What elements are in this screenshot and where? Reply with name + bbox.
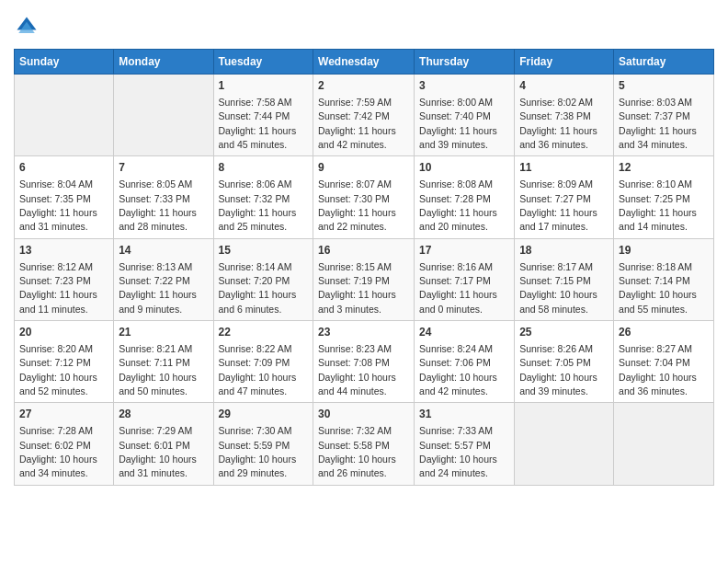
day-detail: Sunrise: 7:32 AM Sunset: 5:58 PM Dayligh… — [318, 425, 396, 478]
day-detail: Sunrise: 8:24 AM Sunset: 7:06 PM Dayligh… — [419, 343, 497, 396]
calendar-week-row: 13Sunrise: 8:12 AM Sunset: 7:23 PM Dayli… — [15, 238, 714, 320]
logo-icon — [14, 14, 40, 40]
calendar-cell: 10Sunrise: 8:08 AM Sunset: 7:28 PM Dayli… — [415, 156, 515, 238]
day-detail: Sunrise: 8:04 AM Sunset: 7:35 PM Dayligh… — [19, 178, 97, 232]
day-detail: Sunrise: 8:21 AM Sunset: 7:11 PM Dayligh… — [119, 343, 197, 396]
day-number: 1 — [219, 78, 309, 94]
day-detail: Sunrise: 7:28 AM Sunset: 6:02 PM Dayligh… — [19, 425, 97, 478]
calendar-cell: 20Sunrise: 8:20 AM Sunset: 7:12 PM Dayli… — [15, 321, 114, 403]
day-detail: Sunrise: 8:08 AM Sunset: 7:28 PM Dayligh… — [419, 178, 497, 232]
day-number: 4 — [519, 78, 609, 94]
day-detail: Sunrise: 8:03 AM Sunset: 7:37 PM Dayligh… — [619, 97, 697, 150]
weekday-header: Saturday — [614, 50, 714, 75]
calendar-cell: 4Sunrise: 8:02 AM Sunset: 7:38 PM Daylig… — [515, 75, 614, 156]
calendar-cell: 24Sunrise: 8:24 AM Sunset: 7:06 PM Dayli… — [415, 321, 515, 403]
day-detail: Sunrise: 7:59 AM Sunset: 7:42 PM Dayligh… — [318, 97, 396, 150]
day-detail: Sunrise: 8:26 AM Sunset: 7:05 PM Dayligh… — [519, 343, 597, 396]
day-number: 13 — [19, 243, 108, 259]
calendar-week-row: 1Sunrise: 7:58 AM Sunset: 7:44 PM Daylig… — [15, 75, 714, 156]
calendar-cell: 15Sunrise: 8:14 AM Sunset: 7:20 PM Dayli… — [213, 238, 313, 320]
day-detail: Sunrise: 7:29 AM Sunset: 6:01 PM Dayligh… — [119, 425, 197, 478]
day-number: 27 — [19, 407, 108, 422]
calendar-cell — [114, 75, 213, 156]
day-detail: Sunrise: 8:14 AM Sunset: 7:20 PM Dayligh… — [219, 261, 297, 315]
day-number: 12 — [619, 160, 709, 176]
calendar-cell — [15, 75, 114, 156]
day-detail: Sunrise: 8:18 AM Sunset: 7:14 PM Dayligh… — [619, 261, 697, 315]
weekday-header: Wednesday — [313, 50, 415, 75]
day-number: 5 — [619, 78, 709, 94]
day-detail: Sunrise: 8:15 AM Sunset: 7:19 PM Dayligh… — [318, 261, 396, 315]
calendar-cell: 30Sunrise: 7:32 AM Sunset: 5:58 PM Dayli… — [313, 403, 415, 485]
day-number: 19 — [619, 243, 709, 259]
logo — [14, 14, 43, 40]
calendar-cell — [515, 403, 614, 485]
calendar-cell: 29Sunrise: 7:30 AM Sunset: 5:59 PM Dayli… — [213, 403, 313, 485]
calendar-cell: 16Sunrise: 8:15 AM Sunset: 7:19 PM Dayli… — [313, 238, 415, 320]
calendar-cell: 14Sunrise: 8:13 AM Sunset: 7:22 PM Dayli… — [114, 238, 213, 320]
calendar-cell: 28Sunrise: 7:29 AM Sunset: 6:01 PM Dayli… — [114, 403, 213, 485]
page-header — [14, 14, 714, 40]
calendar-week-row: 27Sunrise: 7:28 AM Sunset: 6:02 PM Dayli… — [15, 403, 714, 485]
day-number: 11 — [519, 160, 609, 176]
day-detail: Sunrise: 8:12 AM Sunset: 7:23 PM Dayligh… — [19, 261, 97, 315]
day-detail: Sunrise: 8:16 AM Sunset: 7:17 PM Dayligh… — [419, 261, 497, 315]
calendar-cell: 19Sunrise: 8:18 AM Sunset: 7:14 PM Dayli… — [614, 238, 714, 320]
calendar-cell: 1Sunrise: 7:58 AM Sunset: 7:44 PM Daylig… — [213, 75, 313, 156]
calendar-cell: 12Sunrise: 8:10 AM Sunset: 7:25 PM Dayli… — [614, 156, 714, 238]
weekday-header: Tuesday — [213, 50, 313, 75]
calendar-cell: 5Sunrise: 8:03 AM Sunset: 7:37 PM Daylig… — [614, 75, 714, 156]
day-number: 15 — [219, 243, 309, 259]
calendar-cell: 27Sunrise: 7:28 AM Sunset: 6:02 PM Dayli… — [15, 403, 114, 485]
day-number: 9 — [318, 160, 409, 176]
day-detail: Sunrise: 8:07 AM Sunset: 7:30 PM Dayligh… — [318, 178, 396, 232]
day-number: 29 — [219, 407, 309, 422]
day-number: 16 — [318, 243, 409, 259]
calendar-table: SundayMondayTuesdayWednesdayThursdayFrid… — [14, 49, 714, 486]
weekday-header: Thursday — [415, 50, 515, 75]
day-detail: Sunrise: 8:02 AM Sunset: 7:38 PM Dayligh… — [519, 97, 597, 150]
day-number: 21 — [119, 325, 208, 340]
day-number: 7 — [119, 160, 208, 176]
day-number: 20 — [19, 325, 108, 340]
calendar-cell: 11Sunrise: 8:09 AM Sunset: 7:27 PM Dayli… — [515, 156, 614, 238]
day-number: 30 — [318, 407, 409, 422]
day-number: 6 — [19, 160, 108, 176]
day-number: 14 — [119, 243, 208, 259]
day-detail: Sunrise: 8:13 AM Sunset: 7:22 PM Dayligh… — [119, 261, 197, 315]
day-detail: Sunrise: 8:10 AM Sunset: 7:25 PM Dayligh… — [619, 178, 697, 232]
calendar-cell: 21Sunrise: 8:21 AM Sunset: 7:11 PM Dayli… — [114, 321, 213, 403]
day-number: 26 — [619, 325, 709, 340]
weekday-header: Monday — [114, 50, 213, 75]
day-number: 25 — [519, 325, 609, 340]
calendar-cell: 17Sunrise: 8:16 AM Sunset: 7:17 PM Dayli… — [415, 238, 515, 320]
calendar-cell: 2Sunrise: 7:59 AM Sunset: 7:42 PM Daylig… — [313, 75, 415, 156]
calendar-cell: 13Sunrise: 8:12 AM Sunset: 7:23 PM Dayli… — [15, 238, 114, 320]
calendar-header-row: SundayMondayTuesdayWednesdayThursdayFrid… — [15, 50, 714, 75]
day-detail: Sunrise: 8:22 AM Sunset: 7:09 PM Dayligh… — [219, 343, 297, 396]
weekday-header: Sunday — [15, 50, 114, 75]
calendar-cell: 7Sunrise: 8:05 AM Sunset: 7:33 PM Daylig… — [114, 156, 213, 238]
day-detail: Sunrise: 8:17 AM Sunset: 7:15 PM Dayligh… — [519, 261, 597, 315]
day-detail: Sunrise: 8:06 AM Sunset: 7:32 PM Dayligh… — [219, 178, 297, 232]
day-number: 17 — [419, 243, 509, 259]
calendar-cell: 6Sunrise: 8:04 AM Sunset: 7:35 PM Daylig… — [15, 156, 114, 238]
day-number: 2 — [318, 78, 409, 94]
day-detail: Sunrise: 7:30 AM Sunset: 5:59 PM Dayligh… — [219, 425, 297, 478]
day-number: 24 — [419, 325, 509, 340]
calendar-week-row: 6Sunrise: 8:04 AM Sunset: 7:35 PM Daylig… — [15, 156, 714, 238]
day-number: 3 — [419, 78, 509, 94]
weekday-header: Friday — [515, 50, 614, 75]
day-number: 18 — [519, 243, 609, 259]
day-number: 23 — [318, 325, 409, 340]
calendar-cell — [614, 403, 714, 485]
day-detail: Sunrise: 7:58 AM Sunset: 7:44 PM Dayligh… — [219, 97, 297, 150]
day-detail: Sunrise: 8:23 AM Sunset: 7:08 PM Dayligh… — [318, 343, 396, 396]
calendar-cell: 23Sunrise: 8:23 AM Sunset: 7:08 PM Dayli… — [313, 321, 415, 403]
calendar-cell: 18Sunrise: 8:17 AM Sunset: 7:15 PM Dayli… — [515, 238, 614, 320]
day-detail: Sunrise: 8:09 AM Sunset: 7:27 PM Dayligh… — [519, 178, 597, 232]
day-detail: Sunrise: 8:20 AM Sunset: 7:12 PM Dayligh… — [19, 343, 97, 396]
calendar-cell: 22Sunrise: 8:22 AM Sunset: 7:09 PM Dayli… — [213, 321, 313, 403]
day-detail: Sunrise: 8:27 AM Sunset: 7:04 PM Dayligh… — [619, 343, 697, 396]
calendar-cell: 31Sunrise: 7:33 AM Sunset: 5:57 PM Dayli… — [415, 403, 515, 485]
